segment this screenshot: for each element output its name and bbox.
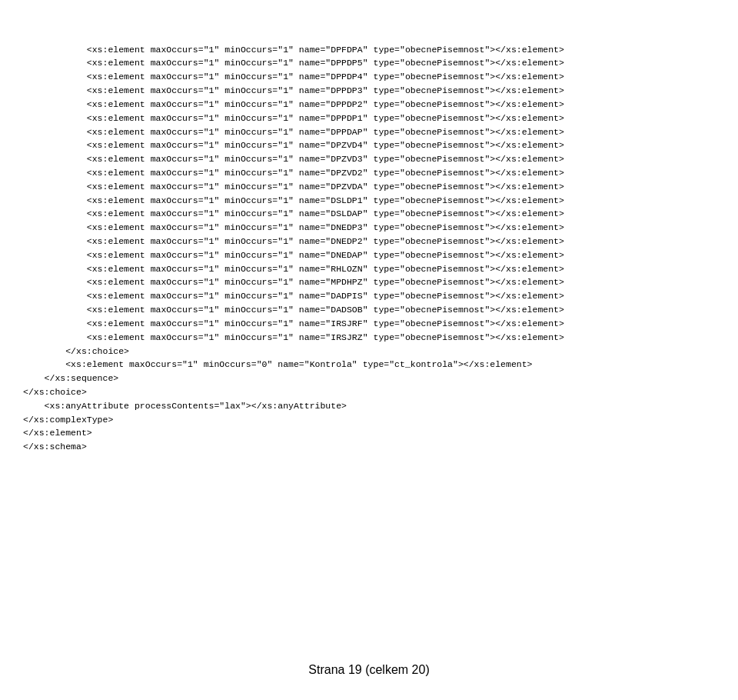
code-line: <xs:element maxOccurs="1" minOccurs="0" … <box>23 358 715 372</box>
code-line: <xs:anyAttribute processContents="lax"><… <box>23 399 715 413</box>
code-line: </xs:sequence> <box>23 372 715 385</box>
code-line: <xs:element maxOccurs="1" minOccurs="1" … <box>23 112 715 125</box>
code-line: <xs:element maxOccurs="1" minOccurs="1" … <box>23 138 715 152</box>
code-line: <xs:element maxOccurs="1" minOccurs="1" … <box>23 194 715 208</box>
code-container: <xs:element maxOccurs="1" minOccurs="1" … <box>23 15 715 454</box>
code-line: <xs:element maxOccurs="1" minOccurs="1" … <box>23 289 715 303</box>
code-line: <xs:element maxOccurs="1" minOccurs="1" … <box>23 56 715 70</box>
code-line: <xs:element maxOccurs="1" minOccurs="1" … <box>23 70 715 84</box>
code-line: <xs:element maxOccurs="1" minOccurs="1" … <box>23 235 715 248</box>
code-line: <xs:element maxOccurs="1" minOccurs="1" … <box>23 125 715 139</box>
code-line: <xs:element maxOccurs="1" minOccurs="1" … <box>23 262 715 276</box>
page-number: Strana 19 (celkem 20) <box>308 663 429 676</box>
code-line: <xs:element maxOccurs="1" minOccurs="1" … <box>23 84 715 98</box>
code-line: <xs:element maxOccurs="1" minOccurs="1" … <box>23 331 715 345</box>
code-line: </xs:choice> <box>23 385 715 399</box>
code-line: <xs:element maxOccurs="1" minOccurs="1" … <box>23 275 715 289</box>
code-line: </xs:choice> <box>23 345 715 358</box>
code-line: <xs:element maxOccurs="1" minOccurs="1" … <box>23 166 715 180</box>
code-line: </xs:element> <box>23 426 715 440</box>
code-line: <xs:element maxOccurs="1" minOccurs="1" … <box>23 207 715 221</box>
code-line: <xs:element maxOccurs="1" minOccurs="1" … <box>23 98 715 112</box>
code-line: <xs:element maxOccurs="1" minOccurs="1" … <box>23 317 715 331</box>
code-line: <xs:element maxOccurs="1" minOccurs="1" … <box>23 221 715 235</box>
code-line: <xs:element maxOccurs="1" minOccurs="1" … <box>23 152 715 166</box>
code-line: <xs:element maxOccurs="1" minOccurs="1" … <box>23 180 715 194</box>
page-footer: Strana 19 (celkem 20) <box>0 663 738 677</box>
code-line: </xs:schema> <box>23 440 715 454</box>
code-block: <xs:element maxOccurs="1" minOccurs="1" … <box>23 15 715 454</box>
code-line: <xs:element maxOccurs="1" minOccurs="1" … <box>23 43 715 57</box>
code-line: <xs:element maxOccurs="1" minOccurs="1" … <box>23 248 715 262</box>
code-line: </xs:complexType> <box>23 413 715 427</box>
code-line: <xs:element maxOccurs="1" minOccurs="1" … <box>23 303 715 317</box>
